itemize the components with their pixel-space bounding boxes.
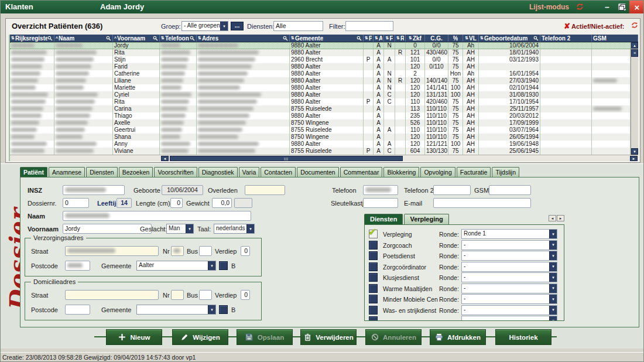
services-next-button[interactable]: ► (557, 215, 564, 221)
overleden-field[interactable] (245, 185, 285, 195)
chevron-down-icon[interactable] (208, 305, 215, 314)
vertical-scroll-thumb[interactable]: ≡ (631, 49, 638, 57)
gemeente-select[interactable] (136, 305, 216, 315)
email-field[interactable] (433, 198, 531, 208)
tab-diagnostiek[interactable]: Diagnostiek (198, 167, 238, 177)
telefoon-field[interactable] (363, 185, 398, 195)
gemeente-select[interactable]: Aalter (136, 261, 216, 271)
chevron-down-icon[interactable] (549, 316, 557, 321)
historiek-button[interactable]: Historiek (495, 329, 551, 345)
scroll-down-button[interactable]: ▼ (631, 148, 638, 155)
opslaan-button[interactable]: Opslaan (237, 329, 293, 345)
column-header-gsm[interactable]: GSM (592, 35, 638, 42)
checkbox-was-en-strijkdienst[interactable] (369, 306, 378, 315)
chevron-down-icon[interactable] (549, 230, 557, 238)
gewicht-field[interactable]: 0,0 (212, 198, 232, 208)
services-tab-verpleging[interactable]: Verpleging (404, 214, 448, 224)
table-row[interactable]: Cyriel9880 AalterAC120131/131100AH31/08/… (10, 91, 631, 98)
tab-voorschriften[interactable]: Voorschriften (154, 167, 197, 177)
voornaam-field[interactable]: Jordy (63, 224, 152, 234)
column-header-naam[interactable]: ^Naam (54, 35, 113, 42)
nieuw-button[interactable]: Nieuw (106, 329, 162, 345)
bus-field[interactable] (199, 290, 212, 300)
group-select[interactable]: - Alle groepen - (181, 21, 228, 31)
chevron-down-icon[interactable] (549, 241, 557, 250)
column-header-gemeente[interactable]: ⇅Gemeente (290, 35, 364, 42)
postcode-field[interactable] (65, 305, 90, 315)
tab-pati-nt[interactable]: Patiënt (20, 167, 47, 177)
checkbox-poetsdienst[interactable] (369, 251, 378, 260)
tab-facturatie[interactable]: Facturatie (457, 167, 491, 177)
ronde-select-item[interactable] (461, 316, 557, 321)
gsm-field[interactable] (489, 185, 531, 195)
column-header-geboortedatum[interactable]: ⇅Geboortedatum (479, 35, 540, 42)
chevron-down-icon[interactable] (208, 261, 215, 270)
chevron-down-icon[interactable] (186, 224, 193, 233)
gemeente-lookup-button[interactable] (219, 261, 228, 270)
scroll-right-button[interactable]: ► (630, 156, 638, 161)
table-row[interactable]: Rita9880 AalterPAC110420/46075AH17/10/19… (10, 98, 631, 105)
ronde-select-zorgcoach[interactable]: - (461, 240, 557, 250)
vertical-scrollbar[interactable]: ▲ ≡ ▼ (631, 42, 638, 155)
scroll-up-button[interactable]: ▲ (631, 42, 638, 49)
table-row[interactable]: Jordy9880 AalterAN00/075Ah10/06/2004 (10, 42, 631, 49)
search-icon[interactable] (106, 36, 111, 41)
services-filter-input[interactable]: Alle (273, 21, 323, 31)
search-icon[interactable] (357, 36, 362, 41)
search-icon[interactable] (190, 36, 195, 41)
column-header-a[interactable]: ⇅A (374, 35, 384, 42)
vertical-scroll-track[interactable] (631, 57, 638, 148)
sleutelkastje-field[interactable] (363, 198, 398, 208)
column-header-f[interactable]: ⇅F (384, 35, 395, 42)
close-button[interactable]: × (629, 1, 644, 13)
table-row[interactable]: Liliane9880 AalterANR120140/14075AH27/03… (10, 77, 631, 84)
tab-contacten[interactable]: Contacten (261, 167, 296, 177)
ronde-select-verpleging[interactable]: Ronde 1 (461, 229, 557, 239)
ronde-select-minder-mobiele-cen[interactable]: - (461, 294, 557, 304)
tab-commentaar[interactable]: Commentaar (340, 167, 383, 177)
active-refresh-icon[interactable] (631, 22, 638, 30)
tab-opvolging[interactable]: Opvolging (420, 167, 455, 177)
geslacht-select[interactable]: Man (166, 224, 194, 234)
postcode-field[interactable] (65, 261, 90, 271)
search-icon[interactable] (283, 36, 288, 41)
gemeente-lookup-button[interactable] (219, 305, 228, 314)
chevron-down-icon[interactable] (549, 284, 557, 293)
tab-blokkering[interactable]: Blokkering (383, 167, 419, 177)
tab-documenten[interactable]: Documenten (297, 167, 339, 177)
column-header-p[interactable]: ⇅P (364, 35, 374, 42)
naam-field[interactable] (63, 211, 251, 221)
table-row[interactable]: Rita9880 AalterAR121430/46075AH18/01/194… (10, 49, 631, 56)
table-row[interactable]: Geertrui8755 RuiseledeAA110110/11075AH03… (10, 127, 631, 134)
tab-varia[interactable]: Varia (239, 167, 260, 177)
chevron-down-icon[interactable] (549, 251, 557, 260)
ronde-select-was-en-strijkdienst[interactable]: - (461, 305, 557, 315)
chevron-down-icon[interactable] (549, 273, 557, 282)
tab-diensten[interactable]: Diensten (86, 167, 117, 177)
chevron-down-icon[interactable] (246, 224, 254, 233)
column-header-rijksregister[interactable]: ⇅Rijksregiste (10, 35, 54, 42)
straat-field[interactable] (65, 290, 159, 300)
afdrukken-button[interactable]: Afdrukken (430, 329, 486, 345)
column-header-r[interactable]: ⇅R (395, 35, 406, 42)
checkbox-zorgcoach[interactable] (369, 241, 378, 250)
ronde-select-klusjesdienst[interactable]: - (461, 272, 557, 282)
horizontal-scrollbar[interactable]: ◄ ||| ► (10, 155, 638, 161)
table-row[interactable]: Anny9880 AalterAA120121/121100AH19/06/19… (10, 141, 631, 148)
column-header-cg[interactable]: C.G. (425, 35, 448, 42)
checkbox-verpleging[interactable]: ✔ (369, 230, 378, 238)
services-prev-button[interactable]: ◄ (549, 215, 556, 221)
column-header-zkf[interactable]: ⇅Zkf (406, 35, 425, 42)
restore-button[interactable] (615, 1, 628, 13)
services-tab-diensten[interactable]: Diensten (364, 214, 403, 224)
chevron-down-icon[interactable] (549, 295, 557, 303)
checkbox-zorgco-rdinator[interactable] (369, 262, 378, 271)
table-row[interactable]: Farid9880 AalterA1200/11075AH (10, 63, 631, 70)
table-row[interactable]: Thiago9880 AalterA235110/11075AH20/03/20… (10, 112, 631, 119)
wijzigen-button[interactable]: Wijzigen (172, 329, 228, 345)
table-row[interactable]: Stijn2960 BrechtPAA1010/075AH03/12/1993 (10, 56, 631, 63)
column-header-voornaam[interactable]: ^Voornaam (113, 35, 160, 42)
nr-field[interactable] (171, 246, 184, 256)
ronde-select-warme-maaltijden[interactable]: - (461, 284, 557, 293)
column-header-telefoon[interactable]: ⇅Telefoon (160, 35, 197, 42)
